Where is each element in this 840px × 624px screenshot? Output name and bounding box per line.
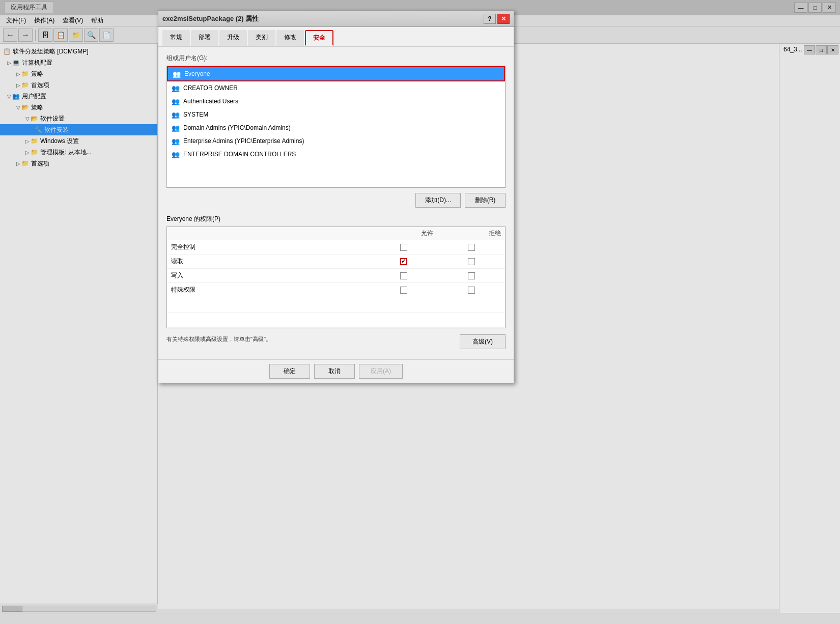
tab-strip: 常规 部署 升级 类别 修改 安全 bbox=[158, 27, 514, 47]
perm-write-deny-checkbox[interactable] bbox=[468, 272, 475, 279]
tab-security[interactable]: 安全 bbox=[305, 30, 333, 46]
perm-full-label: 完全控制 bbox=[167, 240, 370, 254]
cancel-btn[interactable]: 取消 bbox=[314, 364, 355, 379]
perm-special-allow-checkbox[interactable] bbox=[400, 287, 407, 294]
dialog-close-btn[interactable]: ✕ bbox=[497, 14, 510, 24]
dialog-overlay: exe2msiSetupPackage (2) 属性 ? ✕ 常规 部署 升级 … bbox=[0, 0, 840, 624]
dialog-title-bar: exe2msiSetupPackage (2) 属性 ? ✕ bbox=[158, 11, 514, 27]
tab-upgrade[interactable]: 升级 bbox=[219, 30, 247, 46]
perm-write-allow-cell bbox=[370, 269, 437, 283]
dialog-content: 组或用户名(G): 👥 Everyone 👥 CREATOR OWNER 👥 A… bbox=[158, 47, 514, 359]
domain-admins-icon: 👥 bbox=[171, 123, 180, 132]
perm-read-deny-checkbox[interactable] bbox=[468, 258, 475, 265]
perm-read-allow-cell bbox=[370, 254, 437, 269]
perm-row-full: 完全控制 bbox=[167, 240, 505, 254]
perm-read-deny-cell bbox=[437, 254, 505, 269]
group-item-edc[interactable]: 👥 ENTERPRISE DOMAIN CONTROLLERS bbox=[167, 148, 505, 161]
group-item-creator-owner[interactable]: 👥 CREATOR OWNER bbox=[167, 81, 505, 95]
properties-dialog: exe2msiSetupPackage (2) 属性 ? ✕ 常规 部署 升级 … bbox=[158, 10, 514, 383]
dialog-bottom: 确定 取消 应用(A) bbox=[158, 359, 514, 383]
perm-write-allow-checkbox[interactable] bbox=[400, 272, 407, 279]
dialog-help-btn[interactable]: ? bbox=[484, 14, 496, 24]
everyone-icon: 👥 bbox=[172, 69, 181, 78]
perm-table-container: 允许 拒绝 完全控制 bbox=[166, 226, 506, 328]
enterprise-admins-icon: 👥 bbox=[171, 136, 180, 146]
perm-table: 允许 拒绝 完全控制 bbox=[167, 227, 505, 328]
tab-general[interactable]: 常规 bbox=[162, 30, 190, 46]
perm-special-allow-cell bbox=[370, 283, 437, 297]
perm-row-empty2 bbox=[167, 313, 505, 328]
group-item-creator-owner-label: CREATOR OWNER bbox=[183, 84, 238, 92]
group-item-enterprise-admins-label: Enterprise Admins (YPIC\Enterprise Admin… bbox=[183, 137, 304, 145]
group-item-auth-users-label: Authenticated Users bbox=[183, 98, 238, 105]
advanced-row: 有关特殊权限或高级设置，请单击"高级"。 高级(V) bbox=[166, 334, 506, 349]
tab-modify[interactable]: 修改 bbox=[276, 30, 304, 46]
group-item-everyone-label: Everyone bbox=[184, 70, 210, 77]
perm-row-empty1 bbox=[167, 297, 505, 313]
group-item-domain-admins-label: Domain Admins (YPIC\Domain Admins) bbox=[183, 124, 291, 131]
perm-full-deny-cell bbox=[437, 240, 505, 254]
add-btn[interactable]: 添加(D)... bbox=[415, 193, 461, 208]
perm-col-deny: 拒绝 bbox=[437, 227, 505, 240]
perm-row-read: 读取 bbox=[167, 254, 505, 269]
perm-write-deny-cell bbox=[437, 269, 505, 283]
perm-row-special: 特殊权限 bbox=[167, 283, 505, 297]
group-item-edc-label: ENTERPRISE DOMAIN CONTROLLERS bbox=[183, 151, 296, 158]
tab-category[interactable]: 类别 bbox=[248, 30, 275, 46]
ok-btn[interactable]: 确定 bbox=[269, 364, 310, 379]
group-item-everyone[interactable]: 👥 Everyone bbox=[167, 66, 505, 81]
perm-full-deny-checkbox[interactable] bbox=[468, 244, 475, 251]
perm-read-allow-checkbox[interactable] bbox=[400, 258, 407, 265]
perm-read-label: 读取 bbox=[167, 254, 370, 269]
perm-row-write: 写入 bbox=[167, 269, 505, 283]
group-btn-row: 添加(D)... 删除(R) bbox=[166, 193, 506, 208]
perm-special-deny-cell bbox=[437, 283, 505, 297]
dialog-title-controls: ? ✕ bbox=[484, 14, 510, 24]
perm-write-label: 写入 bbox=[167, 269, 370, 283]
apply-btn[interactable]: 应用(A) bbox=[359, 364, 403, 379]
remove-btn[interactable]: 删除(R) bbox=[465, 193, 506, 208]
creator-owner-icon: 👥 bbox=[171, 83, 180, 93]
advanced-btn[interactable]: 高级(V) bbox=[460, 334, 506, 349]
auth-users-icon: 👥 bbox=[171, 97, 180, 106]
adv-info-text: 有关特殊权限或高级设置，请单击"高级"。 bbox=[166, 335, 271, 343]
dialog-title: exe2msiSetupPackage (2) 属性 bbox=[162, 14, 259, 23]
perm-col-name bbox=[167, 227, 370, 240]
group-list[interactable]: 👥 Everyone 👥 CREATOR OWNER 👥 Authenticat… bbox=[166, 66, 506, 188]
group-item-system-label: SYSTEM bbox=[183, 111, 208, 118]
group-item-auth-users[interactable]: 👥 Authenticated Users bbox=[167, 95, 505, 108]
edc-icon: 👥 bbox=[171, 150, 180, 159]
perm-section-label: Everyone 的权限(P) bbox=[166, 215, 506, 223]
perm-col-allow: 允许 bbox=[370, 227, 437, 240]
tab-deploy[interactable]: 部署 bbox=[191, 30, 218, 46]
group-item-enterprise-admins[interactable]: 👥 Enterprise Admins (YPIC\Enterprise Adm… bbox=[167, 134, 505, 148]
system-icon: 👥 bbox=[171, 110, 180, 119]
perm-special-deny-checkbox[interactable] bbox=[468, 287, 475, 294]
perm-special-label: 特殊权限 bbox=[167, 283, 370, 297]
group-item-system[interactable]: 👥 SYSTEM bbox=[167, 108, 505, 121]
group-section-label: 组或用户名(G): bbox=[166, 54, 506, 63]
perm-full-allow-cell bbox=[370, 240, 437, 254]
group-item-domain-admins[interactable]: 👥 Domain Admins (YPIC\Domain Admins) bbox=[167, 121, 505, 134]
perm-full-allow-checkbox[interactable] bbox=[400, 244, 407, 251]
